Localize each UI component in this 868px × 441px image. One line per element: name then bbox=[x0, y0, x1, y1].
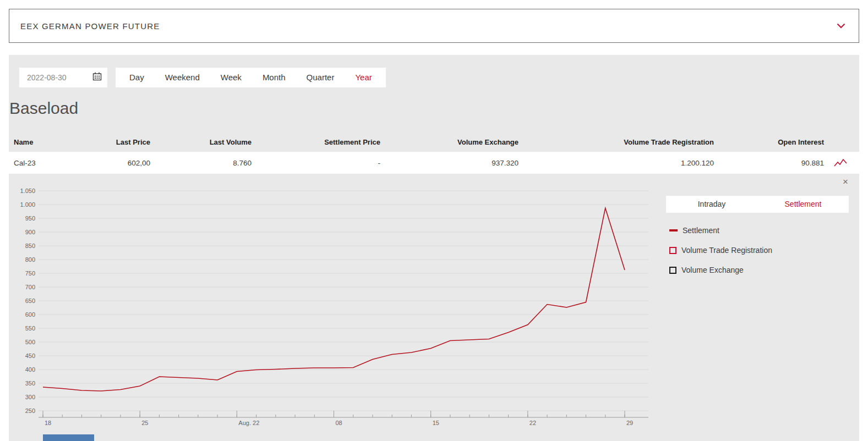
gridlines bbox=[39, 191, 648, 411]
svg-text:Aug. 22: Aug. 22 bbox=[238, 420, 259, 426]
chevron-down-icon bbox=[837, 21, 845, 31]
svg-text:25: 25 bbox=[141, 420, 148, 426]
svg-text:300: 300 bbox=[25, 394, 35, 400]
tab-year[interactable]: Year bbox=[345, 68, 382, 87]
svg-text:900: 900 bbox=[25, 229, 35, 235]
settlement-line bbox=[43, 208, 625, 392]
settlement-line-swatch bbox=[669, 229, 678, 231]
svg-text:450: 450 bbox=[25, 352, 35, 359]
x-axis: 1825Aug. 2208152229 bbox=[39, 411, 648, 426]
legend-settlement[interactable]: Settlement bbox=[669, 225, 772, 236]
date-picker[interactable] bbox=[19, 68, 107, 87]
table-header: Name Last Price Last Volume Settlement P… bbox=[9, 132, 859, 152]
cell-open-interest: 90.881 bbox=[714, 159, 824, 167]
svg-text:1.050: 1.050 bbox=[20, 188, 35, 194]
legend-label: Settlement bbox=[683, 226, 719, 235]
svg-text:650: 650 bbox=[25, 297, 35, 304]
svg-text:750: 750 bbox=[25, 270, 35, 277]
column-header-last-price: Last Price bbox=[86, 138, 150, 146]
cell-settlement-price: - bbox=[252, 159, 380, 167]
y-axis: 1.0501.000950900850800750700650600550500… bbox=[20, 188, 35, 414]
svg-text:350: 350 bbox=[25, 380, 35, 387]
legend-volume-exchange[interactable]: Volume Exchange bbox=[669, 264, 772, 275]
instrument-dropdown[interactable]: EEX GERMAN POWER FUTURE bbox=[9, 9, 859, 43]
svg-text:550: 550 bbox=[25, 325, 35, 332]
svg-text:22: 22 bbox=[529, 420, 536, 426]
svg-text:1.000: 1.000 bbox=[20, 201, 35, 208]
period-tabs: Day Weekend Week Month Quarter Year bbox=[116, 68, 386, 87]
cell-volume-exchange: 937.320 bbox=[380, 159, 518, 167]
legend-volume-trade-registration[interactable]: Volume Trade Registration bbox=[669, 245, 772, 256]
tab-week[interactable]: Week bbox=[210, 68, 252, 87]
table-row: Cal-23 602,00 8.760 - 937.320 1.200.120 … bbox=[9, 152, 859, 174]
svg-text:850: 850 bbox=[25, 242, 35, 249]
column-header-volume-exchange: Volume Exchange bbox=[380, 138, 518, 146]
svg-text:800: 800 bbox=[25, 256, 35, 263]
cell-last-price: 602,00 bbox=[86, 159, 150, 167]
svg-text:29: 29 bbox=[626, 420, 633, 426]
calendar-icon[interactable] bbox=[92, 72, 102, 83]
cell-name: Cal-23 bbox=[9, 159, 86, 167]
svg-text:600: 600 bbox=[25, 311, 35, 318]
svg-text:08: 08 bbox=[336, 420, 342, 426]
svg-text:500: 500 bbox=[25, 339, 35, 345]
market-data-panel: Day Weekend Week Month Quarter Year Base… bbox=[9, 55, 859, 441]
tab-settlement[interactable]: Settlement bbox=[757, 196, 849, 213]
svg-text:18: 18 bbox=[45, 420, 51, 426]
svg-text:250: 250 bbox=[25, 407, 35, 414]
volume-trade-registration-swatch bbox=[669, 247, 676, 254]
page-title: Baseload bbox=[9, 99, 78, 118]
horizontal-scrollbar-thumb[interactable] bbox=[43, 434, 94, 441]
svg-text:400: 400 bbox=[25, 366, 35, 373]
tab-weekend[interactable]: Weekend bbox=[155, 68, 210, 87]
tab-quarter[interactable]: Quarter bbox=[296, 68, 345, 87]
svg-text:15: 15 bbox=[433, 420, 439, 426]
tab-month[interactable]: Month bbox=[252, 68, 296, 87]
controls-row: Day Weekend Week Month Quarter Year bbox=[19, 68, 386, 87]
instrument-dropdown-label: EEX GERMAN POWER FUTURE bbox=[20, 21, 160, 31]
column-header-open-interest: Open Interest bbox=[714, 138, 824, 146]
date-input[interactable] bbox=[26, 73, 83, 82]
column-header-volume-trade-registration: Volume Trade Registration bbox=[518, 138, 714, 146]
cell-volume-trade-registration: 1.200.120 bbox=[518, 159, 714, 167]
chart-legend: Settlement Volume Trade Registration Vol… bbox=[669, 225, 772, 275]
tab-day[interactable]: Day bbox=[119, 68, 155, 87]
close-icon[interactable]: × bbox=[843, 177, 848, 186]
tab-intraday[interactable]: Intraday bbox=[666, 196, 757, 213]
volume-exchange-swatch bbox=[669, 267, 676, 274]
legend-label: Volume Trade Registration bbox=[681, 246, 772, 255]
line-chart-icon[interactable] bbox=[824, 158, 859, 168]
legend-label: Volume Exchange bbox=[681, 266, 744, 274]
price-chart-svg: 1.0501.000950900850800750700650600550500… bbox=[17, 184, 657, 429]
column-header-last-volume: Last Volume bbox=[150, 138, 252, 146]
svg-text:950: 950 bbox=[25, 215, 35, 222]
column-header-settlement-price: Settlement Price bbox=[252, 138, 380, 146]
svg-text:700: 700 bbox=[25, 284, 35, 290]
column-header-name: Name bbox=[9, 138, 86, 146]
chart-mode-tabs: Intraday Settlement bbox=[666, 196, 849, 213]
chart-section: × 1.0501.0009509008508007507006506005505… bbox=[9, 174, 859, 441]
cell-last-volume: 8.760 bbox=[150, 159, 252, 167]
